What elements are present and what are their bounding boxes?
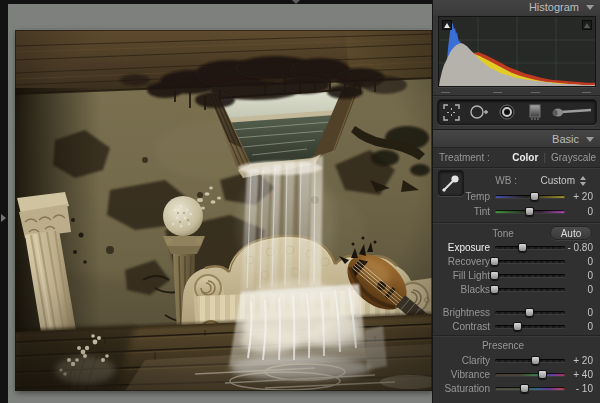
treatment-grayscale-option[interactable]: Grayscale — [551, 152, 596, 163]
panel-separator — [433, 335, 600, 337]
basic-title: Basic — [552, 133, 579, 145]
slider-thumb[interactable] — [520, 384, 529, 393]
top-panel-collapse-arrow[interactable] — [292, 0, 300, 4]
slider-thumb[interactable] — [518, 243, 527, 252]
graduated-filter-tool-button[interactable] — [523, 102, 547, 122]
slider-value[interactable]: 0 — [551, 306, 593, 319]
slider-value[interactable]: 0 — [551, 205, 593, 218]
red-eye-tool-button[interactable] — [495, 102, 519, 122]
slider-value[interactable]: + 40 — [551, 368, 593, 381]
treatment-options-divider: | — [543, 152, 546, 163]
treatment-color-option[interactable]: Color — [512, 152, 538, 163]
adjustment-brush-icon — [551, 105, 593, 119]
crop-overlay-tool-button[interactable] — [440, 102, 464, 122]
histogram-disclosure-triangle-icon[interactable] — [586, 5, 594, 10]
tone-section-label: Tone — [463, 227, 543, 240]
basic-panel-body: Treatment : Color|Grayscale WB : Custom … — [433, 148, 600, 403]
slider-thumb[interactable] — [513, 322, 522, 331]
crop-icon — [443, 104, 460, 121]
slider-label: Exposure — [433, 241, 490, 254]
slider-thumb[interactable] — [525, 207, 534, 216]
slider-value[interactable]: - 10 — [551, 382, 593, 395]
slider-label: Blacks — [433, 283, 490, 296]
slider-label: Contrast — [433, 320, 490, 333]
slider-contrast: Contrast0 — [433, 320, 600, 333]
spot-removal-tool-button[interactable] — [467, 102, 491, 122]
slider-value[interactable]: + 20 — [551, 354, 593, 367]
slider-value[interactable]: - 0.80 — [551, 241, 593, 254]
photo-image — [15, 30, 432, 391]
slider-label: Vibrance — [433, 368, 490, 381]
tool-strip — [437, 99, 597, 125]
slider-vibrance: Vibrance+ 40 — [433, 368, 600, 381]
wb-label: WB : — [433, 175, 517, 187]
slider-temp: Temp+ 20 — [433, 190, 600, 203]
slider-value[interactable]: 0 — [551, 283, 593, 296]
treatment-label: Treatment : — [439, 150, 490, 166]
slider-thumb[interactable] — [538, 370, 547, 379]
slider-value[interactable]: 0 — [551, 255, 593, 268]
slider-exposure: Exposure- 0.80 — [433, 241, 600, 254]
slider-label: Clarity — [433, 354, 490, 367]
tone-auto-button[interactable]: Auto — [550, 226, 592, 240]
histogram-display[interactable] — [438, 16, 596, 87]
tool-strip-band — [433, 97, 600, 127]
left-panel-strip — [0, 0, 8, 403]
slider-value[interactable]: 0 — [551, 320, 593, 333]
slider-tint: Tint0 — [433, 205, 600, 218]
slider-label: Recovery — [433, 255, 490, 268]
wb-preset-dropdown[interactable]: Custom — [523, 175, 575, 187]
basic-panel-header[interactable]: Basic — [433, 129, 600, 148]
presence-section-label: Presence — [463, 339, 543, 352]
highlight-clipping-triangle-icon — [584, 23, 590, 28]
slider-brightness: Brightness0 — [433, 306, 600, 319]
slider-label: Brightness — [433, 306, 490, 319]
slider-thumb[interactable] — [490, 271, 499, 280]
slider-label: Fill Light — [433, 269, 490, 282]
shadow-clipping-indicator[interactable] — [442, 20, 452, 30]
slider-value[interactable]: + 20 — [551, 190, 593, 203]
left-panel-collapse-arrow[interactable] — [1, 214, 6, 222]
slider-label: Saturation — [433, 382, 490, 395]
slider-recovery: Recovery0 — [433, 255, 600, 268]
adjustment-brush-tool-button[interactable] — [550, 102, 594, 122]
spot-removal-icon — [469, 104, 489, 120]
graduated-filter-icon — [528, 104, 542, 120]
basic-disclosure-triangle-icon[interactable] — [586, 137, 594, 142]
panel-separator — [433, 222, 600, 224]
slider-thumb[interactable] — [525, 308, 534, 317]
lightroom-develop-window: Histogram — — — [0, 0, 600, 403]
panel-separator — [433, 167, 600, 169]
slider-label: Temp — [433, 190, 490, 203]
highlight-clipping-indicator[interactable] — [582, 20, 592, 30]
slider-value[interactable]: 0 — [551, 269, 593, 282]
shadow-clipping-triangle-icon — [444, 23, 450, 28]
slider-thumb[interactable] — [490, 257, 499, 266]
slider-thumb[interactable] — [531, 356, 540, 365]
photo-canvas[interactable] — [15, 30, 432, 391]
histogram-chart — [439, 17, 595, 86]
slider-thumb[interactable] — [490, 285, 499, 294]
red-eye-icon — [499, 104, 515, 120]
slider-label: Tint — [433, 205, 490, 218]
histogram-title: Histogram — [529, 1, 579, 13]
develop-right-panel: Histogram — — — [432, 0, 600, 403]
slider-clarity: Clarity+ 20 — [433, 354, 600, 367]
histogram-panel-header[interactable]: Histogram — [433, 0, 600, 15]
wb-popup-arrows-icon[interactable] — [580, 175, 588, 187]
slider-saturation: Saturation- 10 — [433, 382, 600, 395]
slider-fill-light: Fill Light0 — [433, 269, 600, 282]
slider-blacks: Blacks0 — [433, 283, 600, 296]
slider-thumb[interactable] — [530, 192, 539, 201]
